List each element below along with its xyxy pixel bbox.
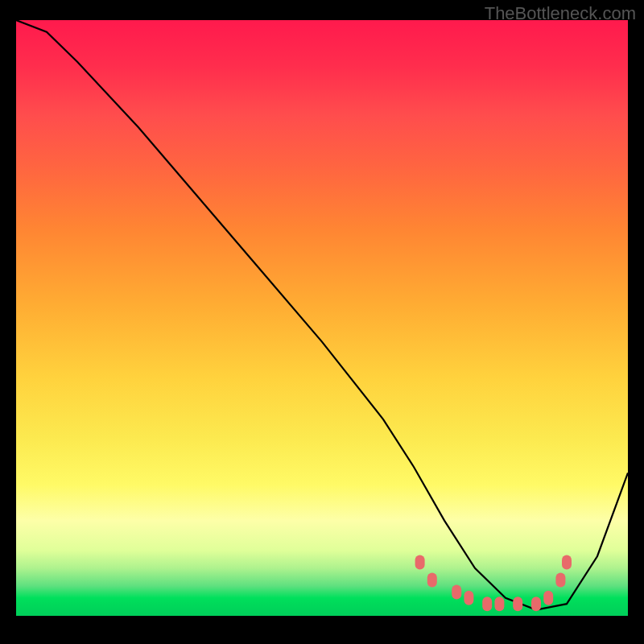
highlight-dot bbox=[427, 573, 437, 588]
highlight-dot bbox=[543, 591, 553, 605]
highlight-dot bbox=[513, 597, 522, 611]
highlight-dot bbox=[452, 584, 461, 599]
highlight-dot bbox=[562, 555, 572, 569]
highlight-dot bbox=[464, 591, 473, 605]
highlight-dot bbox=[531, 597, 541, 611]
highlight-dot bbox=[494, 597, 504, 611]
watermark-text: TheBottleneck.com bbox=[485, 3, 636, 24]
highlight-dot bbox=[555, 573, 565, 588]
optimal-range-markers bbox=[16, 20, 628, 616]
highlight-dot bbox=[482, 597, 492, 611]
chart-plot-area bbox=[16, 20, 628, 628]
highlight-dot bbox=[415, 555, 425, 569]
